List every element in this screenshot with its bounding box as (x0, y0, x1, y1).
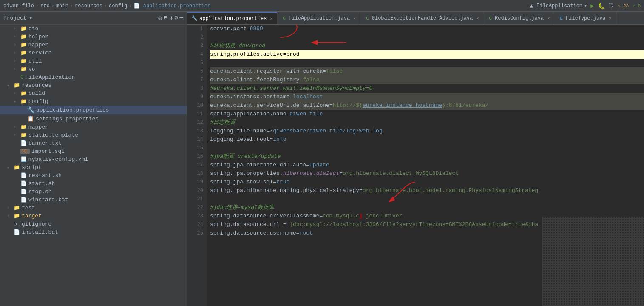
ln-8: 8 (187, 84, 203, 93)
tree-item-import-sql[interactable]: SQL import.sql (0, 147, 187, 155)
tree-item-resources[interactable]: ▾ 📁 resources (0, 81, 187, 89)
folder-icon: 📁 (20, 42, 27, 48)
code-token: server.port= (210, 25, 250, 33)
tree-item-gitignore[interactable]: ⚙ .gitignore (0, 220, 187, 228)
code-token: logging.level. (210, 135, 256, 144)
tree-item-mapper2[interactable]: › 📁 mapper (0, 123, 187, 131)
tab-close-icon[interactable]: ✕ (547, 16, 550, 21)
tree-item-static-template[interactable]: › 📁 static.template (0, 131, 187, 139)
tree-item-application-properties[interactable]: 🔧 application.properties (0, 106, 187, 114)
tree-item-label: stop.sh (28, 189, 52, 195)
ln-17: 17 (187, 161, 203, 169)
settings-icon[interactable]: ⚙ (174, 14, 178, 23)
ln-12: 12 (187, 118, 203, 127)
tree-item-stop-sh[interactable]: 📄 stop.sh (0, 188, 187, 196)
tab-label: GlobalExceptionHandlerAdvice.java (372, 15, 473, 21)
tree-item-label: .gitignore (18, 221, 51, 227)
code-token: #jdbc连接-mysql数据库 (210, 203, 274, 212)
ln-3: 3 (187, 42, 203, 50)
folder-icon: 📁 (14, 82, 20, 89)
code-line-20: spring.jpa.hibernate.naming.physical-str… (210, 186, 644, 195)
bat-icon: 📄 (14, 229, 20, 235)
tree-item-config[interactable]: ▾ 📁 config (0, 97, 187, 106)
code-token: = (339, 169, 343, 178)
code-token: root= (256, 135, 273, 144)
crumb-qiwen[interactable]: qiwen-file (3, 3, 34, 9)
tree-item-banner-txt[interactable]: 📄 banner.txt (0, 139, 187, 147)
chevron-down-icon[interactable]: ▾ (29, 15, 33, 22)
tab-fileapplication[interactable]: C FileApplication.java ✕ (277, 12, 360, 25)
tab-label: RedisConfig.java (495, 15, 544, 21)
tab-close-icon[interactable]: ✕ (609, 16, 612, 21)
arrow-icon: › (14, 26, 20, 31)
collapse-icon[interactable]: ⊟ (164, 14, 167, 23)
sidebar: Project ▾ ⊕ ⊟ ⇅ ⚙ — › 📁 dto (0, 12, 187, 306)
tree-item-target[interactable]: › 📁 target (0, 212, 187, 220)
tree-item-helper[interactable]: › 📁 helper (0, 33, 187, 41)
code-token: spring.application.name= (210, 110, 289, 118)
tab-application-properties[interactable]: 🔧 application.properties ✕ (187, 12, 277, 25)
ok-badge: ✓ 8 (632, 3, 641, 9)
code-token: prod (286, 50, 299, 59)
tab-redisconfig[interactable]: C RedisConfig.java ✕ (483, 12, 554, 25)
crumb-src[interactable]: src (40, 3, 50, 9)
crumb-main[interactable]: main (56, 3, 68, 9)
arrow-icon: › (7, 214, 14, 218)
tree-item-mapper[interactable]: › 📁 mapper (0, 41, 187, 49)
tree-item-label: mapper (28, 42, 48, 48)
tree-item-start-sh[interactable]: 📄 start.sh (0, 180, 187, 188)
folder-icon: 📁 (20, 90, 27, 97)
tree-item-script[interactable]: ▾ 📁 script (0, 163, 187, 172)
ln-18: 18 (187, 169, 203, 178)
tab-icon-properties: 🔧 (191, 15, 198, 22)
tree-item-test[interactable]: › 📁 test (0, 204, 187, 212)
code-line-7: eureka.client.fetchRegistry=false (210, 76, 644, 84)
tree-item-fileapplication[interactable]: C FileApplication (0, 73, 187, 81)
tab-globalexception[interactable]: C GlobalExceptionHandlerAdvice.java ✕ (360, 12, 483, 25)
code-token: spring.jpa.show-sql= (210, 178, 276, 186)
code-line-9: eureka.instance.hostname=localhost (210, 93, 644, 101)
tree-item-label: script (22, 164, 42, 171)
close-sidebar-icon[interactable]: — (180, 14, 183, 23)
properties-icon: 📋 (27, 115, 34, 122)
code-line-25: spring.datasource.username=root (210, 229, 644, 237)
ln-16: 16 (187, 152, 203, 161)
tab-filetype[interactable]: E FileType.java ✕ (554, 12, 616, 25)
crumb-config[interactable]: config (109, 3, 127, 9)
tree-item-label: util (28, 58, 42, 64)
run-config-dropdown[interactable]: FileApplication ▾ (536, 3, 587, 9)
coverage-icon[interactable]: 🛡 (608, 3, 614, 9)
tab-label: application.properties (199, 16, 267, 22)
tree-item-service[interactable]: › 📁 service (0, 49, 187, 57)
run-icon[interactable]: ▶ (590, 2, 594, 9)
arrow-icon: › (14, 59, 20, 63)
debug-icon[interactable]: 🐛 (598, 2, 605, 9)
code-token: spring.datasource.username= (210, 229, 300, 237)
tab-close-icon[interactable]: ✕ (270, 16, 272, 21)
crumb-resources[interactable]: resources (75, 3, 102, 9)
bat-icon: 📄 (20, 197, 27, 203)
tree-item-label: test (22, 205, 35, 211)
add-icon[interactable]: ⊕ (158, 14, 162, 23)
arrow-up-icon[interactable]: ▲ (530, 3, 533, 9)
code-token: eureka.client.register-with-eureka= (210, 67, 326, 76)
tab-close-icon[interactable]: ✕ (476, 16, 479, 21)
code-content[interactable]: server.port=9999 #环境切换 dev/ (207, 25, 644, 306)
tree-item-dto[interactable]: › 📁 dto (0, 25, 187, 33)
tree-item-install-bat[interactable]: 📄 install.bat (0, 228, 187, 236)
tree-item-winstart-bat[interactable]: 📄 winstart.bat (0, 196, 187, 204)
tree-item-build[interactable]: › 📁 build (0, 89, 187, 97)
sidebar-header: Project ▾ ⊕ ⊟ ⇅ ⚙ — (0, 12, 187, 25)
tree-item-restart-sh[interactable]: 📄 restart.sh (0, 172, 187, 180)
sort-icon[interactable]: ⇅ (169, 14, 173, 23)
tree-item-util[interactable]: › 📁 util (0, 57, 187, 65)
folder-icon: 📁 (14, 205, 20, 211)
code-line-10: eureka.client.serviceUrl.defaultZone=htt… (210, 101, 644, 110)
tree-item-settings-properties[interactable]: 📋 settings.properties (0, 114, 187, 123)
ln-6: 6 (187, 67, 203, 76)
code-line-12: #日志配置 (210, 118, 644, 127)
tree-item-mybatis-config[interactable]: 📃 mybatis-config.xml (0, 155, 187, 163)
tree-item-vo[interactable]: › 📁 vo (0, 65, 187, 73)
arrow-icon: › (14, 51, 20, 55)
tab-close-icon[interactable]: ✕ (353, 16, 356, 21)
